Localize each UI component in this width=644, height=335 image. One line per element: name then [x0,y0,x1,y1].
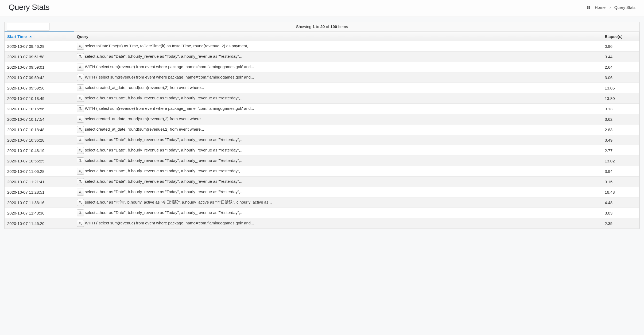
pager-word-to: to [316,24,319,29]
cell-start-time: 2020-10-07 10:18:48 [5,124,74,135]
grid-search-input[interactable] [7,23,49,30]
svg-line-57 [81,193,82,193]
zoom-in-icon[interactable] [77,220,84,227]
zoom-in-icon[interactable] [77,168,84,175]
cell-start-time: 2020-10-07 11:21:41 [5,177,74,187]
cell-start-time: 2020-10-07 09:59:56 [5,83,74,93]
zoom-in-icon[interactable] [77,147,84,154]
pager-word-showing: Showing [296,24,312,29]
table-row[interactable]: 2020-10-07 10:43:19select a.hour as "Dat… [5,145,639,156]
pager-info: Showing 1 to 20 of 100 Items [296,24,348,29]
svg-line-37 [81,141,82,141]
svg-line-61 [81,203,82,204]
table-row[interactable]: 2020-10-07 10:36:28select a.hour as "Dat… [5,135,639,145]
cell-start-time: 2020-10-07 11:06:28 [5,166,74,177]
cell-query: select a.hour as "Date", b.hourly_revenu… [74,156,602,166]
breadcrumb-home[interactable]: Home [595,5,606,10]
zoom-in-icon[interactable] [77,209,84,216]
zoom-in-icon[interactable] [77,105,84,112]
cell-elapse: 16.48 [602,187,639,197]
query-text: select a.hour as "Date", b.hourly_revenu… [85,54,243,59]
cell-elapse: 4.48 [602,197,639,208]
query-text: select a.hour as "Date", b.hourly_revenu… [85,210,243,215]
table-row[interactable]: 2020-10-07 09:59:42WITH ( select sum(rev… [5,72,639,83]
cell-start-time: 2020-10-07 09:51:58 [5,52,74,62]
cell-query: select created_at_date, round(sum(revenu… [74,124,602,135]
cell-elapse: 13.80 [602,93,639,104]
table-row[interactable]: 2020-10-07 10:13:49select a.hour as "Dat… [5,93,639,104]
table-row[interactable]: 2020-10-07 09:59:56select created_at_dat… [5,83,639,93]
svg-line-21 [81,99,82,100]
cell-query: select a.hour as "Date", b.hourly_revenu… [74,52,602,62]
cell-elapse: 2.77 [602,145,639,156]
page-title: Query Stats [9,3,49,12]
col-elapse[interactable]: Elapse(s) [602,32,639,41]
zoom-in-icon[interactable] [77,157,84,164]
dashboard-icon [586,5,591,9]
query-text: WITH ( select sum(revenue) from event wh… [85,75,254,79]
table-row[interactable]: 2020-10-07 09:46:29select toDateTime(st)… [5,41,639,52]
zoom-in-icon[interactable] [77,64,84,71]
zoom-in-icon[interactable] [77,84,84,91]
table-row[interactable]: 2020-10-07 10:18:48select created_at_dat… [5,124,639,135]
col-query[interactable]: Query [74,32,602,41]
zoom-in-icon[interactable] [77,53,84,60]
query-text: WITH ( select sum(revenue) from event wh… [85,221,254,225]
zoom-in-icon[interactable] [77,126,84,133]
query-text: select a.hour as "Date", b.hourly_revenu… [85,158,243,163]
cell-start-time: 2020-10-07 11:33:16 [5,197,74,208]
cell-query: WITH ( select sum(revenue) from event wh… [74,62,602,72]
col-start-time-label: Start Time [7,34,27,39]
cell-start-time: 2020-10-07 09:59:42 [5,72,74,83]
svg-line-13 [81,78,82,79]
cell-elapse: 3.03 [602,208,639,218]
zoom-in-icon[interactable] [77,74,84,81]
svg-line-41 [81,151,82,152]
table-row[interactable]: 2020-10-07 11:28:51select a.hour as "Dat… [5,187,639,197]
svg-line-5 [81,57,82,58]
query-text: select a.hour as "Date", b.hourly_revenu… [85,148,243,152]
table-body: 2020-10-07 09:46:29select toDateTime(st)… [5,41,639,229]
zoom-in-icon[interactable] [77,43,84,50]
table-row[interactable]: 2020-10-07 10:17:54select created_at_dat… [5,114,639,124]
svg-line-53 [81,182,82,183]
query-text: WITH ( select sum(revenue) from event wh… [85,64,254,69]
zoom-in-icon[interactable] [77,116,84,123]
table-row[interactable]: 2020-10-07 11:46:20WITH ( select sum(rev… [5,218,639,229]
zoom-in-icon[interactable] [77,199,84,206]
query-text: select toDateTime(st) as Time, toDateTim… [85,44,252,48]
cell-start-time: 2020-10-07 11:28:51 [5,187,74,197]
zoom-in-icon[interactable] [77,95,84,102]
cell-query: select a.hour as "Date", b.hourly_revenu… [74,166,602,177]
table-row[interactable]: 2020-10-07 11:33:16select a.hour as "时间"… [5,197,639,208]
cell-start-time: 2020-10-07 09:59:01 [5,62,74,72]
table-row[interactable]: 2020-10-07 09:59:01WITH ( select sum(rev… [5,62,639,72]
cell-query: select a.hour as "时间", b.hourly_active a… [74,197,602,208]
cell-query: select a.hour as "Date", b.hourly_revenu… [74,208,602,218]
zoom-in-icon[interactable] [77,189,84,196]
query-text: select a.hour as "时间", b.hourly_active a… [85,200,272,204]
cell-elapse: 2.35 [602,218,639,229]
table-row[interactable]: 2020-10-07 11:21:41select a.hour as "Dat… [5,177,639,187]
col-start-time[interactable]: Start Time [5,32,74,41]
svg-line-25 [81,109,82,110]
col-query-label: Query [77,34,88,39]
cell-query: WITH ( select sum(revenue) from event wh… [74,218,602,229]
cell-start-time: 2020-10-07 11:43:36 [5,208,74,218]
table-row[interactable]: 2020-10-07 10:16:56WITH ( select sum(rev… [5,104,639,114]
zoom-in-icon[interactable] [77,137,84,143]
pager-to: 20 [320,24,325,29]
table-row[interactable]: 2020-10-07 10:55:25select a.hour as "Dat… [5,156,639,166]
query-text: select created_at_date, round(sum(revenu… [85,85,204,90]
cell-query: select toDateTime(st) as Time, toDateTim… [74,41,602,52]
cell-start-time: 2020-10-07 09:46:29 [5,41,74,52]
cell-start-time: 2020-10-07 10:17:54 [5,114,74,124]
cell-elapse: 3.94 [602,166,639,177]
cell-elapse: 3.13 [602,104,639,114]
table-row[interactable]: 2020-10-07 11:06:28select a.hour as "Dat… [5,166,639,177]
table-row[interactable]: 2020-10-07 09:51:58select a.hour as "Dat… [5,52,639,62]
query-text: WITH ( select sum(revenue) from event wh… [85,106,254,111]
zoom-in-icon[interactable] [77,178,84,185]
table-row[interactable]: 2020-10-07 11:43:36select a.hour as "Dat… [5,208,639,218]
svg-line-1 [81,47,82,48]
